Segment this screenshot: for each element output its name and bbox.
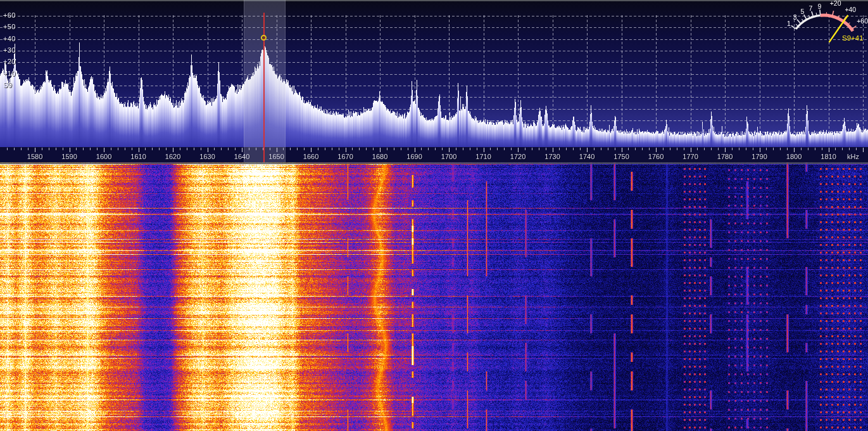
s-meter-arcs [796, 15, 853, 31]
freq-tick-label: 1700 [441, 153, 456, 160]
freq-tick-label: 1670 [337, 153, 353, 160]
freq-unit-label: kHz [847, 153, 859, 160]
s-meter-reading: S9+41 [842, 34, 864, 42]
freq-tick-label: 1720 [510, 153, 525, 160]
s-meter-scale-label: 3 [793, 13, 797, 21]
s-meter-scale-label: +60 [857, 17, 868, 25]
s-meter-scale-label: +40 [845, 6, 856, 13]
spectrum-display[interactable] [0, 0, 868, 162]
freq-tick-label: 1760 [648, 153, 664, 160]
s-meter-scale-label: 1 [787, 20, 791, 27]
s-meter-scale-label: 5 [800, 8, 804, 15]
s-meter-scale-labels: 13579+20+40+60 [787, 0, 868, 27]
freq-tick-label: 1770 [682, 153, 698, 160]
freq-tick-label: 1590 [61, 153, 77, 160]
freq-tick-label: 1800 [786, 153, 802, 160]
waterfall-display[interactable] [0, 162, 868, 431]
freq-tick-label: 1790 [752, 153, 767, 160]
freq-tick-label: 1810 [821, 153, 836, 160]
freq-tick-label: 1620 [165, 153, 180, 160]
freq-tick-label: 1740 [579, 153, 594, 160]
s-meter-scale-label: 7 [808, 4, 812, 12]
sdr-display-window: +60+50+40+30+20+10S9 kHz 158015901600161… [0, 0, 868, 431]
freq-tick-label: 1690 [406, 153, 422, 160]
freq-tick-label: 1610 [130, 153, 146, 160]
freq-tick-label: 1660 [303, 153, 318, 160]
s-meter-scale-label: +20 [830, 0, 841, 7]
freq-tick-label: 1750 [613, 153, 629, 160]
s-meter: 13579+20+40+60 S9+41 [779, 0, 868, 57]
freq-tick-label: 1600 [96, 153, 111, 160]
s-meter-scale-label: 9 [817, 3, 821, 10]
freq-tick-label: 1710 [475, 153, 491, 160]
frequency-scale[interactable]: kHz 158015901600161016201630164016501660… [0, 147, 868, 162]
freq-tick-label: 1580 [27, 153, 42, 160]
freq-tick-label: 1780 [717, 153, 733, 160]
freq-tick-label: 1730 [544, 153, 560, 160]
freq-tick-label: 1680 [372, 153, 387, 160]
freq-tick-label: 1630 [199, 153, 215, 160]
